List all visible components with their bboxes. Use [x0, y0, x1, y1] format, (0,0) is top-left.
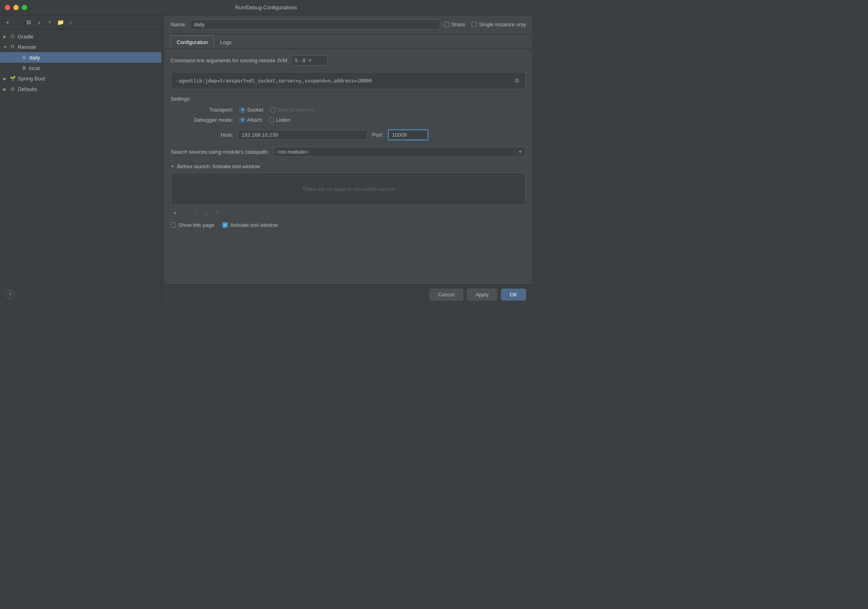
minimize-button[interactable]	[13, 5, 19, 10]
shared-memory-radio-button[interactable]	[270, 107, 275, 113]
apply-button[interactable]: Apply	[467, 289, 498, 300]
copy-config-button[interactable]: ⧉	[24, 18, 33, 27]
arrow-up-icon: ▲	[204, 210, 210, 216]
before-launch-header[interactable]: ▼ Before launch: Activate tool window	[171, 163, 526, 169]
before-launch-toolbar: + − ✎ ▲ ▼	[171, 208, 526, 217]
sidebar-item-label: daily	[29, 55, 40, 61]
sidebar-item-daily[interactable]: 🖥 daily	[0, 52, 161, 63]
move-up-button[interactable]: ▲	[35, 18, 44, 27]
chevron-right-icon: ▶	[3, 76, 9, 81]
chevron-right-icon: ▶	[3, 87, 9, 91]
sidebar-item-spring-boot[interactable]: ▶ 🌱 Spring Boot	[0, 73, 161, 84]
host-input[interactable]	[238, 130, 367, 140]
cmd-label: Command line arguments for running remot…	[171, 57, 287, 63]
listen-radio-button[interactable]	[269, 117, 274, 123]
single-instance-label: Single instance only	[479, 21, 526, 27]
help-button[interactable]: ?	[6, 290, 15, 299]
dropdown-arrow-icon: ▼	[308, 58, 312, 63]
sort-button[interactable]: ↕	[66, 18, 75, 27]
before-launch-edit-button[interactable]: ✎	[192, 208, 201, 217]
name-input[interactable]	[190, 19, 440, 30]
remove-config-button[interactable]: −	[14, 18, 23, 27]
share-item[interactable]: Share	[444, 21, 466, 27]
module-select-label: <no module>	[277, 149, 308, 155]
tab-logs[interactable]: Logs	[214, 36, 237, 49]
config-icon: 🖥	[20, 54, 28, 61]
sidebar-item-local[interactable]: 🖥 local	[0, 63, 161, 73]
sidebar-item-label: Spring Boot	[18, 76, 45, 82]
sidebar-item-defaults[interactable]: ▶ ⚙ Defaults	[0, 84, 161, 94]
tab-configuration-label: Configuration	[177, 39, 208, 45]
version-select[interactable]: 5 - 8 ▼	[291, 55, 328, 66]
host-label: Host:	[180, 132, 233, 138]
share-checkbox[interactable]	[444, 22, 449, 27]
arrow-down-icon: ▼	[215, 210, 220, 216]
debugger-mode-row: Debugger mode: Attach Listen	[171, 117, 526, 123]
move-down-button[interactable]: ▼	[45, 18, 54, 27]
show-page-label: Show this page	[178, 222, 214, 228]
ok-button[interactable]: OK	[501, 289, 526, 300]
transport-label: Transport:	[180, 107, 233, 113]
window-title: Run/Debug Configurations	[235, 4, 297, 11]
port-input[interactable]	[388, 129, 428, 140]
sidebar-item-label: Gradle	[18, 34, 34, 40]
cancel-button[interactable]: Cancel	[430, 289, 463, 300]
chevron-right-icon: ▶	[3, 34, 9, 39]
add-config-button[interactable]: +	[3, 18, 12, 27]
folder-button[interactable]: 📁	[56, 18, 65, 27]
socket-radio-inner	[241, 108, 244, 111]
title-bar: Run/Debug Configurations	[0, 0, 532, 15]
minus-icon: −	[17, 19, 20, 25]
activate-window-checkbox[interactable]: ✓	[222, 222, 228, 228]
radio-shared-memory[interactable]: Shared memory	[270, 107, 315, 113]
sidebar-item-label: Defaults	[18, 86, 37, 92]
add-icon: +	[174, 210, 177, 216]
before-launch-remove-button[interactable]: −	[181, 208, 190, 217]
checkmark-icon: ✓	[223, 223, 227, 227]
single-instance-item[interactable]: Single instance only	[472, 21, 526, 27]
module-classpath-label: Search sources using module's classpath:	[171, 149, 269, 155]
radio-socket[interactable]: Socket	[239, 107, 263, 113]
before-launch-down-button[interactable]: ▼	[213, 208, 222, 217]
tab-configuration[interactable]: Configuration	[171, 36, 214, 49]
maximize-button[interactable]	[22, 5, 27, 10]
jvm-args-box: -agentlib:jdwp=transport=dt_socket,serve…	[171, 72, 526, 89]
attach-radio-button[interactable]	[239, 117, 245, 123]
before-launch-add-button[interactable]: +	[171, 208, 180, 217]
copy-icon: ⧉	[27, 19, 31, 26]
settings-section: Settings Transport: Socket	[171, 96, 526, 123]
sidebar-item-remote[interactable]: ▼ R Remote	[0, 42, 161, 52]
module-dropdown-arrow-icon: ▼	[518, 150, 522, 154]
chevron-down-icon: ▼	[3, 45, 9, 49]
show-page-item[interactable]: Show this page	[171, 222, 214, 228]
activate-window-item[interactable]: ✓ Activate tool window	[222, 222, 278, 228]
name-row: Name: Share Single instance only	[164, 15, 532, 34]
folder-icon: 📁	[57, 19, 64, 25]
host-port-row: Host: Port:	[171, 129, 526, 140]
gradle-icon: G	[9, 33, 16, 40]
sidebar: + − ⧉ ▲ ▼ 📁 ↕	[0, 15, 162, 304]
socket-label: Socket	[247, 107, 263, 113]
listen-label: Listen	[276, 117, 290, 123]
main-container: + − ⧉ ▲ ▼ 📁 ↕	[0, 15, 532, 304]
single-instance-checkbox[interactable]	[472, 22, 477, 27]
before-launch-empty-text: There are no tasks to run before launch	[302, 186, 394, 192]
radio-listen[interactable]: Listen	[269, 117, 290, 123]
before-launch-up-button[interactable]: ▲	[202, 208, 211, 217]
copy-jvm-args-button[interactable]: ⧉	[513, 76, 521, 85]
content-area: Command line arguments for running remot…	[164, 49, 532, 284]
sidebar-item-label: local	[29, 65, 40, 71]
remote-icon: R	[9, 43, 16, 51]
before-launch-section: ▼ Before launch: Activate tool window Th…	[171, 163, 526, 228]
jvm-args-text: -agentlib:jdwp=transport=dt_socket,serve…	[176, 78, 372, 84]
sidebar-item-label: Remote	[18, 44, 36, 50]
right-panel: Name: Share Single instance only Confi	[164, 15, 532, 304]
module-select[interactable]: <no module> ▼	[273, 147, 526, 157]
socket-radio-button[interactable]	[239, 107, 245, 113]
before-launch-box: There are no tasks to run before launch	[171, 173, 526, 205]
sidebar-item-gradle[interactable]: ▶ G Gradle	[0, 31, 161, 42]
show-page-checkbox[interactable]	[171, 222, 176, 228]
radio-attach[interactable]: Attach	[239, 117, 262, 123]
share-label: Share	[451, 21, 466, 27]
close-button[interactable]	[5, 5, 10, 10]
